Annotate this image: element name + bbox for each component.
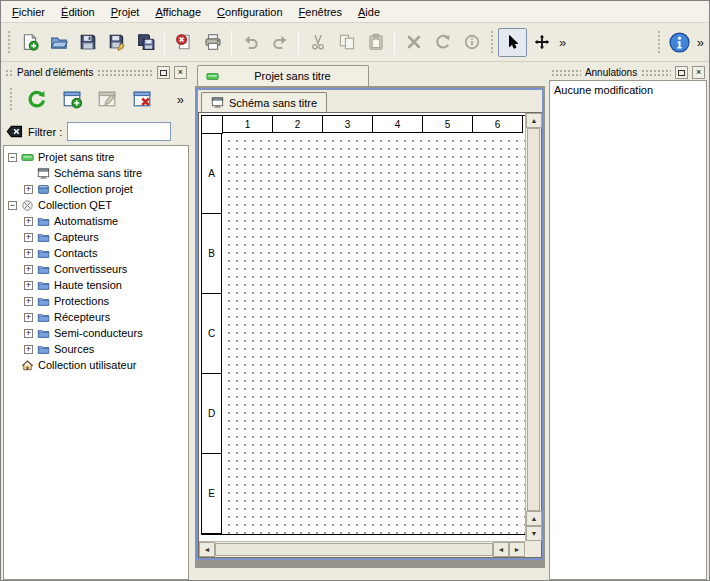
home-icon	[21, 359, 34, 372]
expander-plus-icon[interactable]: +	[24, 313, 33, 322]
open-icon	[50, 33, 68, 51]
vertical-scroll-track[interactable]	[526, 128, 541, 511]
scroll-right-button[interactable]: ►	[509, 542, 525, 557]
save-all-button[interactable]	[131, 28, 160, 57]
filter-input[interactable]	[67, 122, 171, 141]
horizontal-scrollbar[interactable]: ◄ ◄ ►	[199, 541, 525, 557]
folder-icon	[37, 327, 50, 340]
diagram-grid[interactable]	[222, 134, 525, 534]
folder-icon	[37, 279, 50, 292]
expander-plus-icon[interactable]: +	[24, 185, 33, 194]
tree-item-13[interactable]: +Sources	[4, 341, 188, 357]
vertical-scrollbar[interactable]: ▲ ▲ ▼	[525, 113, 541, 541]
new-element-button[interactable]	[57, 84, 87, 114]
float-icon	[678, 70, 685, 76]
expander-plus-icon[interactable]: +	[24, 345, 33, 354]
undo-icon	[242, 33, 260, 51]
close-dock-button[interactable]: ×	[174, 66, 187, 79]
tree-item-7[interactable]: +Contacts	[4, 245, 188, 261]
sheet-corner	[202, 116, 223, 134]
save-as-button[interactable]	[102, 28, 131, 57]
menu-item-1[interactable]: Fichier	[4, 3, 53, 21]
mdi-area: Schéma sans titre 123456 ABCDE	[195, 87, 545, 568]
toolbar-handle-2[interactable]	[489, 29, 495, 55]
menu-item-2[interactable]: Édition	[53, 3, 103, 21]
tree-item-4[interactable]: −Collection QET	[4, 197, 188, 213]
expander-plus-icon[interactable]: +	[24, 281, 33, 290]
expander-plus-icon[interactable]: +	[24, 233, 33, 242]
save-button[interactable]	[73, 28, 102, 57]
menu-item-6[interactable]: Fenêtres	[291, 3, 350, 21]
menu-item-4[interactable]: Affichage	[147, 3, 209, 21]
about-button[interactable]	[665, 28, 694, 57]
undo-dock-titlebar[interactable]: Annulations ×	[549, 65, 707, 80]
delete-icon	[405, 33, 423, 51]
project-tab[interactable]: Projet sans titre	[197, 65, 369, 86]
info-toolbar-overflow-button[interactable]: »	[694, 35, 707, 50]
scroll-up-button[interactable]: ▲	[526, 113, 542, 128]
scroll-up-button-secondary[interactable]: ▲	[526, 511, 542, 526]
scroll-left-button-secondary[interactable]: ◄	[493, 542, 509, 557]
undo-history-list[interactable]: Aucune modification	[549, 80, 707, 580]
select-arrow-icon	[505, 34, 521, 50]
toolbar-handle[interactable]	[6, 29, 12, 55]
expander-plus-icon[interactable]: +	[24, 265, 33, 274]
folder-icon	[37, 263, 50, 276]
horizontal-scroll-track[interactable]	[215, 542, 493, 557]
new-file-button[interactable]	[15, 28, 44, 57]
project-tab-label: Projet sans titre	[225, 70, 360, 82]
select-mode-button[interactable]	[498, 28, 527, 57]
diagram-subwindow: Schéma sans titre 123456 ABCDE	[196, 88, 544, 560]
expander-plus-icon[interactable]: +	[24, 297, 33, 306]
expander-plus-icon[interactable]: +	[24, 217, 33, 226]
expander-plus-icon[interactable]: +	[24, 249, 33, 258]
tree-item-3[interactable]: +Collection projet	[4, 181, 188, 197]
horizontal-scroll-thumb[interactable]	[215, 543, 493, 556]
float-dock-button[interactable]	[157, 66, 170, 79]
tree-item-1[interactable]: −Projet sans titre	[4, 149, 188, 165]
expander-minus-icon[interactable]: −	[8, 201, 17, 210]
tree-item-10[interactable]: +Protections	[4, 293, 188, 309]
elements-toolbar-overflow-button[interactable]: »	[174, 92, 187, 107]
float-dock-button[interactable]	[675, 66, 688, 79]
tree-item-14[interactable]: Collection utilisateur	[4, 357, 188, 373]
scroll-down-button[interactable]: ▼	[526, 526, 542, 541]
row-headers: ABCDE	[202, 134, 222, 534]
dock-grip[interactable]	[5, 69, 13, 77]
close-file-button[interactable]	[169, 28, 198, 57]
dock-grip[interactable]	[97, 69, 153, 77]
delete-element-button[interactable]	[127, 84, 157, 114]
tree-item-11[interactable]: +Récepteurs	[4, 309, 188, 325]
tree-item-8[interactable]: +Convertisseurs	[4, 261, 188, 277]
print-button[interactable]	[198, 28, 227, 57]
print-icon	[204, 33, 222, 51]
toolbar-separator	[298, 30, 299, 55]
scroll-left-button[interactable]: ◄	[199, 542, 215, 557]
menu-item-7[interactable]: Aide	[350, 3, 388, 21]
open-project-button[interactable]	[44, 28, 73, 57]
close-dock-button[interactable]: ×	[692, 66, 705, 79]
menu-item-3[interactable]: Projet	[103, 3, 148, 21]
diagram-canvas[interactable]: 123456 ABCDE	[199, 113, 525, 541]
redo-icon	[271, 33, 289, 51]
dock-grip[interactable]	[641, 69, 671, 77]
expander-minus-icon[interactable]: −	[8, 153, 17, 162]
clear-filter-button[interactable]	[6, 123, 23, 140]
vertical-scroll-thumb[interactable]	[527, 128, 540, 511]
expander-plus-icon[interactable]: +	[24, 329, 33, 338]
elements-toolbar-handle[interactable]	[8, 86, 14, 112]
tree-item-6[interactable]: +Capteurs	[4, 229, 188, 245]
reload-collections-button[interactable]	[22, 84, 52, 114]
elements-dock-titlebar[interactable]: Panel d'éléments ×	[3, 65, 189, 80]
toolbar-overflow-button[interactable]: »	[556, 35, 569, 50]
pan-mode-button[interactable]	[527, 28, 556, 57]
info-small-icon	[463, 33, 481, 51]
tree-item-12[interactable]: +Semi-conducteurs	[4, 325, 188, 341]
toolbar-handle-3[interactable]	[656, 29, 662, 55]
tree-item-5[interactable]: +Automatisme	[4, 213, 188, 229]
tree-item-2[interactable]: Schéma sans titre	[4, 165, 188, 181]
dock-grip[interactable]	[551, 69, 581, 77]
tree-item-9[interactable]: +Haute tension	[4, 277, 188, 293]
diagram-tab[interactable]: Schéma sans titre	[201, 92, 327, 112]
menu-item-5[interactable]: Configuration	[209, 3, 290, 21]
